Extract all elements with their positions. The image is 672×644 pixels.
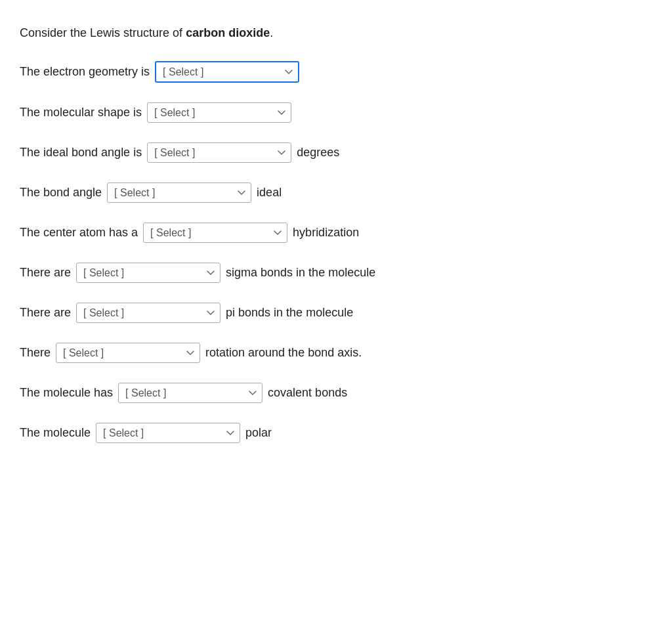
question-prefix-covalent-bonds: The molecule has bbox=[20, 386, 113, 400]
question-suffix-bond-angle: ideal bbox=[257, 186, 282, 200]
question-row-ideal-bond-angle: The ideal bond angle is[ Select ]degrees bbox=[20, 142, 652, 163]
select-pi-bonds[interactable]: [ Select ] bbox=[76, 303, 220, 323]
question-suffix-sigma-bonds: sigma bonds in the molecule bbox=[226, 266, 375, 280]
question-row-sigma-bonds: There are[ Select ]sigma bonds in the mo… bbox=[20, 263, 652, 283]
question-suffix-polar: polar bbox=[245, 426, 272, 440]
question-prefix-electron-geometry: The electron geometry is bbox=[20, 65, 150, 79]
select-rotation[interactable]: [ Select ] bbox=[56, 343, 200, 363]
question-row-rotation: There[ Select ]rotation around the bond … bbox=[20, 343, 652, 363]
question-prefix-center-atom-hybridization: The center atom has a bbox=[20, 226, 138, 240]
question-prefix-polar: The molecule bbox=[20, 426, 91, 440]
question-prefix-sigma-bonds: There are bbox=[20, 266, 71, 280]
select-ideal-bond-angle[interactable]: [ Select ] bbox=[147, 142, 291, 163]
question-row-covalent-bonds: The molecule has[ Select ]covalent bonds bbox=[20, 383, 652, 403]
question-suffix-ideal-bond-angle: degrees bbox=[297, 146, 339, 160]
question-row-pi-bonds: There are[ Select ]pi bonds in the molec… bbox=[20, 303, 652, 323]
question-row-molecular-shape: The molecular shape is[ Select ] bbox=[20, 102, 652, 123]
question-suffix-covalent-bonds: covalent bonds bbox=[268, 386, 347, 400]
question-row-polar: The molecule[ Select ]polar bbox=[20, 423, 652, 443]
select-molecular-shape[interactable]: [ Select ] bbox=[147, 102, 291, 123]
select-covalent-bonds[interactable]: [ Select ] bbox=[118, 383, 262, 403]
question-prefix-rotation: There bbox=[20, 346, 51, 360]
question-row-bond-angle: The bond angle[ Select ]ideal bbox=[20, 182, 652, 203]
page-title: Consider the Lewis structure of carbon d… bbox=[20, 26, 652, 40]
question-prefix-molecular-shape: The molecular shape is bbox=[20, 106, 142, 119]
select-electron-geometry[interactable]: [ Select ] bbox=[155, 61, 299, 83]
question-prefix-pi-bonds: There are bbox=[20, 306, 71, 320]
question-row-electron-geometry: The electron geometry is[ Select ] bbox=[20, 61, 652, 83]
question-suffix-rotation: rotation around the bond axis. bbox=[205, 346, 362, 360]
select-bond-angle[interactable]: [ Select ] bbox=[107, 182, 251, 203]
select-sigma-bonds[interactable]: [ Select ] bbox=[76, 263, 220, 283]
select-polar[interactable]: [ Select ] bbox=[96, 423, 240, 443]
question-prefix-ideal-bond-angle: The ideal bond angle is bbox=[20, 146, 142, 160]
question-row-center-atom-hybridization: The center atom has a[ Select ]hybridiza… bbox=[20, 223, 652, 243]
question-prefix-bond-angle: The bond angle bbox=[20, 186, 102, 200]
select-center-atom-hybridization[interactable]: [ Select ] bbox=[143, 223, 287, 243]
question-suffix-pi-bonds: pi bonds in the molecule bbox=[226, 306, 353, 320]
question-suffix-center-atom-hybridization: hybridization bbox=[293, 226, 359, 240]
